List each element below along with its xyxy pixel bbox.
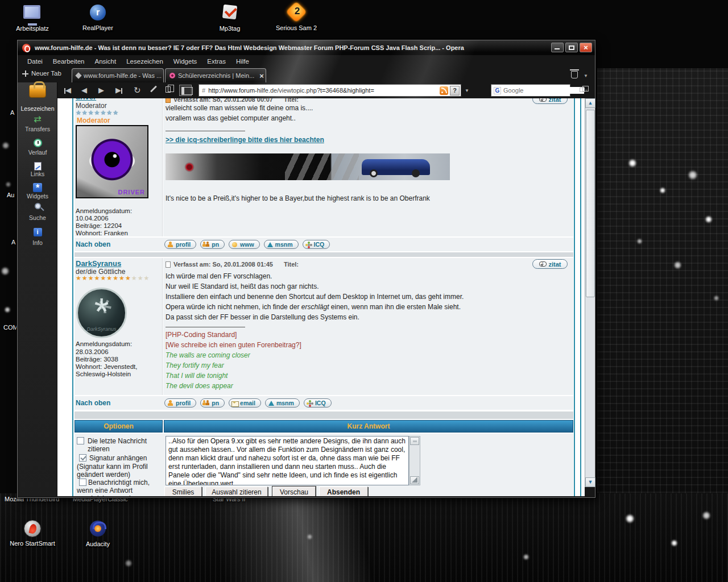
search-bar: G ▼ [491,84,570,97]
profil-button[interactable]: profil [164,398,196,408]
signature-link[interactable]: [Wie schreibe ich einen guten Forenbeitr… [166,341,301,349]
bokeh-light [714,296,719,301]
help-question-button[interactable]: ? [450,86,460,95]
quote-button[interactable]: " zitat [532,98,568,104]
new-tab-button[interactable]: Neuer Tab [22,70,61,77]
widgets-gear-icon[interactable]: * [18,183,57,192]
desktop-icon-audacity[interactable]: Audacity [73,520,122,547]
msnm-button[interactable]: msnm [265,398,300,408]
serious-sam-icon: 2 [287,5,305,23]
desktop-icon-serioussam2[interactable]: 2 Serious Sam 2 [272,3,321,31]
author-link-driver[interactable]: driver [76,98,96,101]
pn-button[interactable]: pn [200,398,225,408]
back-to-top-link[interactable]: Nach oben [76,399,110,407]
tile-windows-icon[interactable] [580,88,585,92]
info-icon[interactable]: i [18,228,57,236]
menu-extras[interactable]: Extras [202,57,231,66]
sidebar-item-verlauf[interactable]: Verlauf [18,149,57,156]
msnm-button[interactable]: msnm [264,240,299,249]
joined-date: 28.03.2006 [76,348,109,355]
title-bar[interactable]: www.forum-hilfe.de - Was ist denn nu bes… [18,40,595,55]
close-button[interactable]: × [580,43,592,52]
wallpaper-buildings [597,68,728,500]
rewind-button[interactable]: ◀ [64,85,71,96]
address-input[interactable] [208,87,440,94]
textarea-resize-grip[interactable] [410,476,419,484]
back-button[interactable]: ◀ [81,85,87,96]
menu-hilfe[interactable]: Hilfe [231,57,254,66]
textarea-scroll-gutter[interactable] [409,436,420,485]
trash-dropdown-arrow[interactable]: ▼ [584,73,588,78]
tab-close-icon[interactable]: × [259,72,264,80]
reply-textarea[interactable]: ..Also für den Opera 9.xx gibt es sehr n… [166,436,409,485]
desktop-icon-arbeitsplatz[interactable]: Arbeitsplatz [8,3,57,32]
submit-button[interactable]: Absenden [319,487,368,496]
author-link-darksyranus[interactable]: DarkSyranus [76,259,121,268]
textarea-scroll-up-button[interactable] [410,437,419,445]
options-header: Optionen [75,420,163,433]
sidebar-item-links[interactable]: Links [18,171,57,177]
desktop-icon-nero[interactable]: Nero StartSmart [8,520,57,547]
signature-lyric: The devil does appear [166,382,233,390]
preview-button[interactable]: Vorschau [272,487,316,496]
sidebar-item-widgets[interactable]: Widgets [18,193,57,199]
quote-last-checkbox[interactable] [77,437,84,444]
sidebar-item-info[interactable]: Info [18,239,57,246]
desktop-icon-mp3tag[interactable]: Mp3tag [205,3,254,32]
avatar-darksyranus: * * DarkSyranus [76,288,127,338]
address-dropdown-arrow[interactable]: ▼ [465,88,469,93]
transfers-icon[interactable]: ⇄ [18,115,57,124]
menu-bearbeiten[interactable]: Bearbeiten [48,57,90,66]
menu-ansicht[interactable]: Ansicht [89,57,121,66]
pn-button[interactable]: pn [200,240,225,249]
two-persons-icon [203,242,209,248]
reload-button[interactable]: ↻ [134,85,141,96]
post-body-cell: Verfasst am: So, 20.01.2008 01:45 Titel:… [163,258,573,395]
maximize-button[interactable] [565,43,578,52]
www-button[interactable]: www [229,240,260,249]
scrollbar-thumb[interactable] [586,110,595,297]
menu-widgets[interactable]: Widgets [168,57,202,66]
signature-link[interactable]: [PHP-Coding Standard] [166,331,237,339]
menu-datei[interactable]: Datei [22,57,48,66]
quote-button[interactable]: " zitat [532,259,568,269]
rss-icon[interactable] [440,86,448,95]
post-footer-row: Nach oben profil pn www msnm ICQ [75,238,573,251]
back-to-top-link[interactable]: Nach oben [76,240,110,248]
author-rank: Moderator [76,102,107,110]
post-line: vielleicht solle man wissen wie fit dein… [166,104,313,112]
sidebar-item-transfers[interactable]: Transfers [18,126,57,132]
icq-button[interactable]: ICQ [304,398,332,408]
page-scrollbar[interactable]: ▲ ▼ [585,98,595,487]
history-clock-icon[interactable] [18,139,57,147]
duplicate-page-icon[interactable] [166,86,171,93]
scroll-down-button[interactable]: ▼ [585,477,595,487]
desktop-icon-realplayer[interactable]: r RealPlayer [73,3,122,31]
edit-icon[interactable] [150,85,157,92]
fast-forward-button[interactable]: ▶ [115,85,122,96]
joined-label: Anmeldungsdatum: [76,340,132,347]
search-input[interactable] [503,87,584,94]
bookmarks-bag-icon[interactable] [18,85,57,98]
icq-button[interactable]: ICQ [303,240,330,249]
sidebar-item-lesezeichen[interactable]: Lesezeichen [18,105,57,112]
scroll-up-button[interactable]: ▲ [585,98,595,108]
minimize-button[interactable] [551,43,564,52]
tab-forum-hilfe[interactable]: www.forum-hilfe.de - Was ... × [72,68,164,82]
panel-toggle-button[interactable] [179,85,192,96]
sidebar-item-suche[interactable]: Suche [18,214,57,221]
quote-selection-button[interactable]: Auswahl zitieren [205,487,268,496]
menu-lesezeichen[interactable]: Lesezeichen [121,57,168,66]
search-magnifier-icon[interactable] [18,203,57,209]
forward-button[interactable]: ▶ [98,85,104,96]
tab-schuelerverzeichnis[interactable]: Schülerverzeichnis | Mein... × [165,68,266,82]
signature-link[interactable]: >> die icq-schreiberlinge bitte dies hie… [166,136,324,144]
smilies-button[interactable]: Smilies [164,487,202,496]
post-body-cell: Verfasst am: So, 20.01.2008 00:07 Titel:… [163,98,573,236]
closed-tabs-trash-icon[interactable] [571,71,578,78]
profil-button[interactable]: profil [164,240,196,249]
bokeh-light [125,560,132,567]
email-button[interactable]: email [229,398,261,408]
attach-signature-checkbox[interactable] [79,454,86,462]
links-document-icon[interactable] [18,162,57,171]
